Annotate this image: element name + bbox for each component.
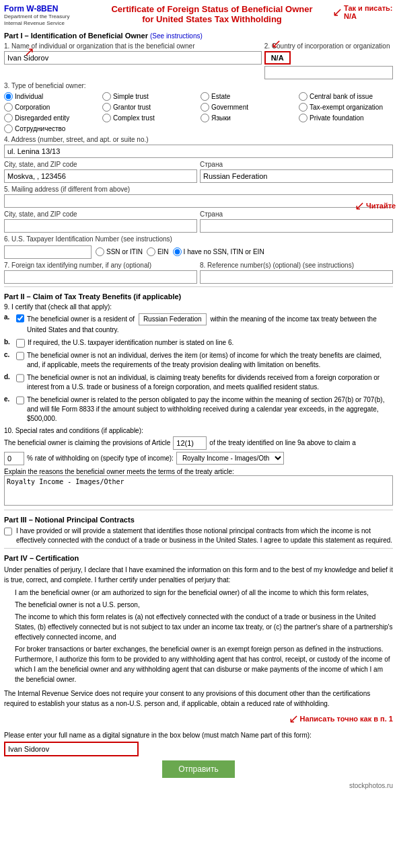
part4-header: Part IV – Certification xyxy=(4,554,393,562)
treaty-letter-d: d. xyxy=(4,373,13,381)
city2-input[interactable] xyxy=(4,219,197,233)
radio-sotrudnichestvo[interactable]: Сотрудничество xyxy=(4,124,98,133)
treaty-letter-e: e. xyxy=(4,395,13,403)
field4-input[interactable] xyxy=(4,145,393,158)
part1-header: Part I – Identification of Beneficial Ow… xyxy=(4,32,393,40)
special-rates-row1: The beneficial owner is claiming the pro… xyxy=(4,436,393,450)
rate-input[interactable] xyxy=(4,452,24,465)
field2-input[interactable] xyxy=(264,66,393,79)
dept-line1: Department of the Treasury xyxy=(4,13,92,20)
beneficial-owner-type-grid: Individual Simple trust Estate Central b… xyxy=(4,92,393,133)
treaty-checkbox-d[interactable] xyxy=(16,374,24,383)
part4-bullet4: For broker transactions or barter exchan… xyxy=(15,644,393,684)
treaty-d-text: The beneficial owner is not an individua… xyxy=(27,373,393,392)
part4-bullet3: The income to which this form relates is… xyxy=(15,612,393,642)
special-rates-row2: % rate of withholding on (specify type o… xyxy=(4,452,393,465)
title-line1: Certificate of Foreign Status of Benefic… xyxy=(92,4,332,14)
ssn-label: SSN or ITIN xyxy=(106,248,143,255)
rate-text: % rate of withholding on (specify type o… xyxy=(27,455,174,462)
radio-government[interactable]: Government xyxy=(201,103,295,112)
submit-button[interactable]: Отправить xyxy=(162,760,235,778)
part3-row: I have provided or will provide a statem… xyxy=(4,526,393,545)
field6-input[interactable] xyxy=(4,245,92,259)
form-name: Form W-8BEN xyxy=(4,4,92,13)
radio-yazyki[interactable]: Языки xyxy=(201,114,295,122)
explain-label: Explain the reasons the beneficial owner… xyxy=(4,468,393,475)
treaty-item-d: d. The beneficial owner is not an indivi… xyxy=(4,373,393,392)
country-input[interactable] xyxy=(200,169,393,183)
field7-input[interactable] xyxy=(4,270,197,284)
part4-intro: Under penalties of perjury, I declare th… xyxy=(4,565,393,585)
special-rates-label: 10. Special rates and conditions (if app… xyxy=(4,427,393,434)
city-label: City, state, and ZIP code xyxy=(4,161,197,168)
treaty-item-c: c. The beneficial owner is not an indivi… xyxy=(4,351,393,370)
radio-corporation[interactable]: Corporation xyxy=(4,103,98,112)
treaty-letter-b: b. xyxy=(4,338,13,346)
treaty-item-a: a. The beneficial owner is a resident of… xyxy=(4,313,393,335)
field6-see[interactable]: (see instructions) xyxy=(121,235,172,243)
sign-label: Please enter your full name as a digital… xyxy=(4,732,393,739)
see-instructions-link[interactable]: (See instructions) xyxy=(150,32,203,40)
article-text: The beneficial owner is claiming the pro… xyxy=(4,439,170,446)
treaty-a-text-before: The beneficial owner is a resident of xyxy=(27,315,135,323)
part4-bullet2: The beneficial owner is not a U.S. perso… xyxy=(15,600,393,610)
radio-private-foundation[interactable]: Private foundation xyxy=(299,114,393,122)
city-input[interactable] xyxy=(4,169,197,183)
field8-see[interactable]: (see instructions) xyxy=(303,262,354,269)
treaty-checkbox-c[interactable] xyxy=(16,352,24,360)
country2-input[interactable] xyxy=(200,219,393,233)
annotation-sign: Написать точно как в п. 1 xyxy=(300,715,393,723)
treaty-checkbox-b[interactable] xyxy=(16,339,25,348)
treaty-country-badge: Russian Federation xyxy=(139,313,207,325)
signature-input[interactable] xyxy=(4,742,139,756)
certify-label: 9. I certify that (check all that apply)… xyxy=(4,303,393,311)
signature-row xyxy=(4,742,393,756)
treaty-e-text: The beneficial owner is related to the p… xyxy=(27,395,393,424)
part2-header: Part II – Claim of Tax Treaty Benefits (… xyxy=(4,292,393,301)
treaty-c-text: The beneficial owner is not an individua… xyxy=(27,351,393,370)
annotation-comment: Читайте комментарий xyxy=(366,202,397,210)
part3-header: Part III – Notional Principal Contracts xyxy=(4,516,393,524)
no-ssn-label: I have no SSN, ITIN or EIN xyxy=(184,248,264,255)
irs-text: The Internal Revenue Service does not re… xyxy=(4,688,393,709)
field8-input[interactable] xyxy=(200,270,393,284)
treaty-checkbox-e[interactable] xyxy=(16,396,24,405)
radio-disregarded[interactable]: Disregarded entity xyxy=(4,114,98,122)
radio-simple-trust[interactable]: Simple trust xyxy=(102,92,196,101)
radio-central-bank[interactable]: Central bank of issue xyxy=(299,92,393,101)
ein-label: EIN xyxy=(157,248,169,255)
field5-input[interactable] xyxy=(4,194,393,208)
treaty-letter-a: a. xyxy=(4,313,13,321)
title-line2: for United States Tax Withholding xyxy=(92,14,332,24)
treaty-b-text: If required, the U.S. taxpayer identific… xyxy=(28,338,233,348)
no-ssn-radio[interactable]: I have no SSN, ITIN or EIN xyxy=(173,247,264,256)
part3-checkbox[interactable] xyxy=(4,527,12,536)
ssn-itin-radio[interactable]: SSN or ITIN xyxy=(96,247,143,256)
field4-label: 4. Address (number, street, and apt. or … xyxy=(4,136,393,143)
field1-input[interactable] xyxy=(4,51,262,65)
treaty-item-e: e. The beneficial owner is related to th… xyxy=(4,395,393,424)
treaty-checkbox-a[interactable] xyxy=(16,314,24,323)
submit-area: Please enter your full name as a digital… xyxy=(4,732,393,778)
field1-label: 1. Name of individual or organization th… xyxy=(4,42,262,50)
explain-textarea[interactable]: Royalty Income - Images/Other xyxy=(4,475,393,506)
radio-grantor-trust[interactable]: Grantor trust xyxy=(102,103,196,112)
city2-label: City, state, and ZIP code xyxy=(4,210,197,218)
radio-individual[interactable]: Individual xyxy=(4,92,98,101)
dept-line2: Internal Revenue Service xyxy=(4,20,92,27)
treaty-list: a. The beneficial owner is a resident of… xyxy=(4,313,393,424)
treaty-letter-c: c. xyxy=(4,351,13,358)
income-type-select[interactable]: Royalty Income - Images/Oth xyxy=(176,452,284,465)
treaty-item-b: b. If required, the U.S. taxpayer identi… xyxy=(4,338,393,348)
country-label: Страна xyxy=(200,161,393,168)
article-input[interactable] xyxy=(173,436,207,450)
field3-label: 3. Type of beneficial owner: xyxy=(4,82,393,89)
field7-label: 7. Foreign tax identifying number, if an… xyxy=(4,262,197,269)
field2-label: 2. Country of incorporation or organizat… xyxy=(264,42,393,50)
radio-complex-trust[interactable]: Complex trust xyxy=(102,114,196,122)
na-badge: N/A xyxy=(264,51,291,65)
radio-tax-exempt[interactable]: Tax-exempt organization xyxy=(299,103,393,112)
ein-radio[interactable]: EIN xyxy=(147,247,169,256)
watermark: stockphotos.ru xyxy=(4,782,393,789)
radio-estate[interactable]: Estate xyxy=(201,92,295,101)
